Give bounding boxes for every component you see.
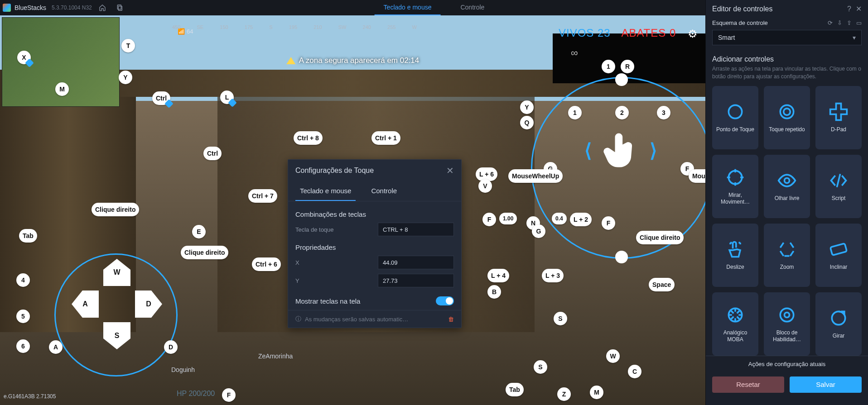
recent-apps-icon[interactable]: [113, 1, 126, 14]
tile-tap-point[interactable]: Ponto de Toque: [712, 86, 758, 149]
key-pill[interactable]: X: [17, 51, 31, 64]
sync-scheme-icon[interactable]: ⟳: [828, 19, 833, 26]
tile-rotate[interactable]: Girar: [815, 292, 862, 356]
key-pill[interactable]: Y: [119, 71, 132, 84]
key-pill[interactable]: L + 2: [570, 213, 592, 226]
tile-script[interactable]: Script: [815, 155, 862, 218]
key-pill[interactable]: MouseWheelDown: [689, 169, 705, 183]
movement-dpad[interactable]: W S A D: [67, 259, 167, 358]
scheme-select[interactable]: Smart ▾: [712, 30, 862, 45]
key-pill[interactable]: R: [621, 60, 634, 73]
key-pill[interactable]: B: [487, 285, 501, 299]
key-pill[interactable]: 0.4: [552, 213, 567, 224]
dpad-right[interactable]: D: [135, 291, 162, 318]
key-pill[interactable]: C: [628, 365, 641, 378]
key-pill[interactable]: Clique direito: [92, 203, 139, 216]
popup-tab-gamepad[interactable]: Controle: [366, 181, 401, 201]
import-scheme-icon[interactable]: ⇩: [837, 19, 842, 26]
key-pill[interactable]: V: [478, 179, 492, 193]
product-version: 5.3.70.1004 N32: [52, 5, 92, 11]
x-input[interactable]: [378, 256, 454, 269]
save-button[interactable]: Salvar: [790, 376, 862, 393]
key-pill[interactable]: 2: [615, 106, 629, 119]
delete-icon[interactable]: 🗑: [448, 316, 454, 323]
key-pill[interactable]: MouseWheelUp: [508, 169, 563, 183]
key-pill[interactable]: F: [602, 216, 615, 230]
y-input[interactable]: [378, 274, 454, 287]
autosave-note: As mudanças serão salvas automatic…: [305, 316, 408, 323]
tile-free-look[interactable]: Olhar livre: [764, 155, 810, 218]
key-pill[interactable]: 3: [657, 106, 670, 119]
tile-swipe[interactable]: Deslize: [712, 224, 758, 287]
panel-help-icon[interactable]: ?: [847, 5, 851, 13]
key-pill[interactable]: Ctrl + 8: [294, 131, 323, 145]
key-pill[interactable]: 5: [16, 310, 30, 323]
touch-key-input[interactable]: [378, 223, 454, 236]
key-pill[interactable]: Clique direito: [636, 231, 684, 244]
key-pill[interactable]: M: [590, 386, 603, 399]
key-pill[interactable]: Clique direito: [181, 246, 228, 259]
key-pill[interactable]: L + 3: [542, 269, 564, 282]
section-key-combos: Combinações de teclas: [295, 210, 454, 218]
key-pill[interactable]: S: [554, 312, 567, 325]
key-pill[interactable]: 1: [568, 106, 582, 119]
key-pill[interactable]: L: [220, 91, 234, 104]
key-pill[interactable]: G: [532, 224, 545, 238]
key-pill[interactable]: 6: [16, 339, 30, 353]
key-pill[interactable]: T: [121, 39, 135, 52]
swipe-gesture-icon: ⟨ ⟩: [584, 128, 657, 173]
info-icon: ⓘ: [295, 315, 301, 323]
popup-tab-keyboard[interactable]: Teclado e mouse: [295, 181, 356, 201]
key-pill[interactable]: Tab: [506, 383, 524, 396]
key-pill[interactable]: Ctrl: [152, 91, 170, 105]
key-pill[interactable]: Y: [520, 100, 534, 114]
show-keys-label: Mostrar teclas na tela: [295, 297, 360, 305]
swipe-anchor-top[interactable]: [615, 73, 628, 86]
key-pill[interactable]: Tab: [19, 229, 37, 243]
tab-keyboard-mouse[interactable]: Teclado e mouse: [375, 4, 441, 15]
close-icon[interactable]: ✕: [446, 165, 454, 176]
export-scheme-icon[interactable]: ⇧: [847, 19, 852, 26]
tile-skill-pad[interactable]: Bloco de Habilidad…: [764, 292, 810, 356]
settings-gear-icon[interactable]: ⚙: [688, 28, 698, 40]
tile-repeated-tap[interactable]: Toque repetido: [764, 86, 810, 149]
key-pill[interactable]: E: [192, 225, 206, 238]
key-pill[interactable]: F: [222, 388, 236, 402]
tile-zoom[interactable]: Zoom: [764, 224, 810, 287]
key-pill[interactable]: Z: [557, 387, 571, 401]
svg-rect-0: [117, 5, 121, 9]
key-pill[interactable]: Space: [649, 278, 675, 291]
panel-close-icon[interactable]: ✕: [856, 5, 862, 13]
key-pill[interactable]: 1.00: [499, 213, 517, 224]
key-pill[interactable]: Ctrl + 6: [252, 257, 281, 271]
tile-dpad[interactable]: D-Pad: [815, 86, 862, 149]
key-pill[interactable]: 1: [602, 60, 615, 73]
key-pill[interactable]: F: [482, 213, 496, 226]
popup-title: Configurações de Toque: [295, 167, 374, 175]
key-pill[interactable]: Ctrl + 1: [371, 131, 400, 145]
key-pill[interactable]: Ctrl: [203, 147, 222, 160]
current-actions-label[interactable]: Ações de configuração atuais: [706, 356, 868, 372]
key-pill[interactable]: 4: [16, 273, 30, 287]
dpad-down[interactable]: S: [103, 322, 130, 349]
add-controls-title: Adicionar controles: [706, 49, 868, 64]
tile-aim-move[interactable]: Mirar, Moviment…: [712, 155, 758, 218]
open-folder-icon[interactable]: ▭: [856, 19, 862, 26]
key-pill[interactable]: W: [606, 349, 620, 363]
tile-moba-stick[interactable]: Analógico MOBA: [712, 292, 758, 356]
show-keys-toggle[interactable]: [436, 296, 454, 305]
tab-gamepad[interactable]: Controle: [451, 4, 493, 15]
tile-tilt[interactable]: Inclinar: [815, 224, 862, 287]
key-pill[interactable]: S: [534, 360, 547, 374]
key-pill[interactable]: Q: [520, 116, 534, 129]
key-pill[interactable]: M: [55, 82, 69, 96]
dpad-up[interactable]: W: [103, 259, 130, 286]
key-pill[interactable]: L + 4: [487, 269, 509, 282]
home-icon[interactable]: [96, 1, 109, 14]
key-pill[interactable]: D: [164, 340, 178, 354]
key-pill[interactable]: Ctrl + 7: [248, 189, 277, 203]
key-pill[interactable]: A: [49, 340, 63, 354]
reset-button[interactable]: Resetar: [712, 376, 784, 393]
swipe-anchor-bottom[interactable]: [615, 251, 628, 263]
dpad-left[interactable]: A: [72, 291, 99, 318]
